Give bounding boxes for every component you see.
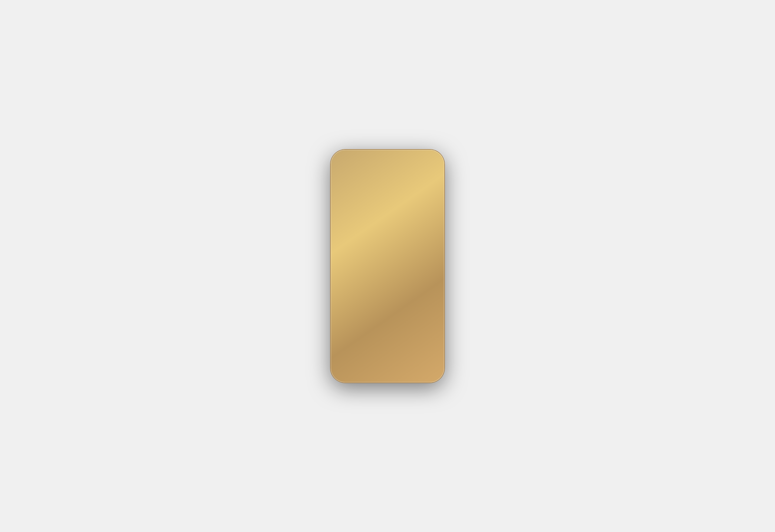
image-fade-gradient	[333, 283, 442, 310]
category-tab-portraits[interactable]: Portraits	[405, 367, 423, 374]
preset-item-p120[interactable]: + P120	[338, 339, 357, 364]
svg-line-14	[386, 316, 387, 317]
tool-crop[interactable]	[344, 312, 355, 323]
preset-thumb-p400: +	[403, 339, 422, 358]
svg-point-24	[341, 330, 343, 332]
category-tab-instant[interactable]: Instant	[346, 367, 360, 374]
compass-icon-button[interactable]	[338, 327, 346, 336]
preset-item-p300[interactable]: + P300	[359, 339, 379, 364]
tool-history[interactable]	[428, 312, 438, 323]
svg-point-11	[372, 315, 373, 317]
phone-device: ‹	[331, 150, 444, 383]
tool-bar: ‹	[333, 309, 442, 325]
dot-2	[390, 355, 392, 356]
category-tab-basic[interactable]: c	[338, 367, 343, 374]
preset-thumb-b110	[424, 339, 435, 358]
tool-heal[interactable]	[404, 312, 414, 323]
dress-shape	[367, 217, 402, 266]
svg-point-1	[402, 167, 403, 169]
tool-draw[interactable]	[380, 312, 391, 323]
preset-count-badge: 1	[393, 340, 399, 346]
preset-add-p300[interactable]: +	[371, 340, 377, 346]
svg-rect-3	[348, 316, 351, 319]
preset-thumb-p120: +	[338, 339, 357, 358]
share-button[interactable]	[427, 163, 436, 173]
body-shape	[381, 193, 397, 220]
svg-point-13	[372, 318, 374, 319]
back-button[interactable]	[339, 163, 348, 173]
preset-label-p300: P300	[365, 359, 373, 363]
create-preset-tooltip[interactable]: Create a new preset	[365, 327, 410, 336]
home-indicator-bar	[370, 376, 405, 378]
preset-dots	[387, 355, 394, 356]
dot-1	[387, 355, 389, 356]
bottom-panel: ‹	[333, 309, 442, 380]
tool-portrait[interactable]	[392, 312, 403, 323]
preset-thumbnails-row: + P120 + P300	[333, 338, 442, 366]
dot-3	[393, 355, 394, 356]
preset-action-bar: Create a new preset	[333, 325, 442, 338]
preset-thumb-p310: 1	[381, 339, 401, 358]
tool-filter[interactable]	[356, 312, 367, 323]
preset-label-p120: P120	[344, 359, 351, 363]
preset-item-p400[interactable]: + P400	[403, 339, 422, 364]
preset-label-p310: P310	[385, 359, 397, 364]
preset-item-b110[interactable]: B11	[424, 339, 435, 364]
preset-add-p120[interactable]: +	[349, 340, 355, 346]
svg-point-16	[397, 317, 397, 317]
list-view-button[interactable]	[429, 327, 437, 336]
tool-bar-back[interactable]: ‹	[337, 314, 343, 320]
preset-item-p310[interactable]: 1 P310	[381, 339, 401, 364]
svg-point-12	[374, 317, 375, 318]
svg-point-17	[398, 317, 398, 317]
category-tab-bw[interactable]: B&W	[426, 367, 437, 374]
home-indicator	[333, 376, 442, 380]
tool-adjust[interactable]	[368, 312, 378, 323]
svg-point-0	[399, 167, 401, 169]
category-tabs: c Instant XPRO Landscapes Portraits B&W	[333, 366, 442, 376]
category-tab-landscapes[interactable]: Landscapes	[379, 367, 402, 374]
category-tab-xpro[interactable]: XPRO	[363, 367, 376, 374]
svg-rect-22	[420, 316, 422, 319]
tool-frame[interactable]	[416, 312, 426, 323]
preset-label-p400: P400	[409, 359, 416, 363]
preset-thumb-p300: +	[359, 339, 379, 358]
svg-rect-21	[419, 316, 423, 319]
phone-screen: ‹	[333, 152, 442, 380]
dynamic-island	[371, 156, 404, 165]
svg-point-20	[409, 317, 410, 318]
svg-point-2	[404, 167, 406, 169]
preset-label-b110: B11	[427, 359, 433, 363]
preset-add-p400[interactable]: +	[415, 340, 421, 346]
